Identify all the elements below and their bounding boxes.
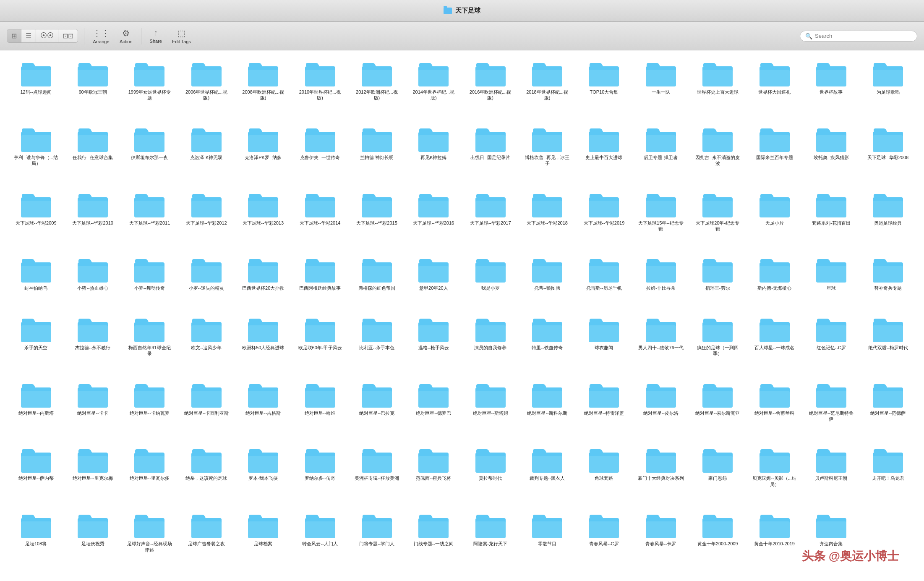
folder-item[interactable]: 天下足球--华彩2011 xyxy=(124,190,175,252)
folder-item[interactable]: 拉姆-非比寻常 xyxy=(636,255,686,311)
folder-item[interactable]: 绝对巨星--舍甫琴科 xyxy=(749,380,800,442)
folder-item[interactable]: 天下足球--华彩2016 xyxy=(408,190,459,252)
folder-item[interactable]: 绝代双骄--梅罗时代 xyxy=(863,314,913,377)
folder-item[interactable]: 足坛庆祝秀 xyxy=(68,510,118,573)
folder-item[interactable]: 因扎吉--永不消逝的皮波 xyxy=(692,124,743,186)
share-button[interactable]: ↑ Share xyxy=(145,26,167,45)
folder-item[interactable]: 绝对巨星--特雷泽盖 xyxy=(579,380,629,442)
folder-item[interactable]: 绝对巨星--范德萨 xyxy=(863,380,913,442)
folder-item[interactable]: 豪门恩怨 xyxy=(692,445,743,507)
folder-item[interactable]: 亨利--谁与争锋（...结局） xyxy=(11,124,61,186)
folder-item[interactable]: 小罗--迷失的精灵 xyxy=(181,255,232,311)
folder-item[interactable]: 男人四十--致敬76一代 xyxy=(636,314,686,377)
folder-item[interactable]: 巴西阿根廷经典故事 xyxy=(295,255,345,311)
folder-item[interactable]: 角球套路 xyxy=(579,445,629,507)
folder-item[interactable]: 套路系列-花招百出 xyxy=(806,190,856,252)
folder-item[interactable]: 足球档案 xyxy=(238,510,288,573)
folder-item[interactable]: 特里--铁血传奇 xyxy=(522,314,572,377)
folder-item[interactable]: 天下足球15年--纪念专辑 xyxy=(636,190,686,252)
folder-item[interactable]: 青春风暴--C罗 xyxy=(579,510,629,573)
folder-item[interactable]: 黄金十年2010-2019 xyxy=(749,510,800,573)
folder-item[interactable]: 莫拉蒂时代 xyxy=(465,445,516,507)
folder-item[interactable]: 为足球歌唱 xyxy=(863,59,913,121)
folder-item[interactable]: 走开吧！乌龙君 xyxy=(863,445,913,507)
folder-item[interactable]: 绝对巨星--哈维 xyxy=(295,380,345,442)
folder-item[interactable]: 天下足球--华彩2014 xyxy=(295,190,345,252)
folder-item[interactable]: 绝对巨星--卡西利亚斯 xyxy=(181,380,232,442)
folder-item[interactable]: 克鲁伊夫--一世传奇 xyxy=(295,124,345,186)
folder-item[interactable]: 史上最牛百大进球 xyxy=(579,124,629,186)
folder-item[interactable]: 2014年世界杯纪...视版) xyxy=(408,59,459,121)
folder-item[interactable]: 伊斯坦布尔那一夜 xyxy=(124,124,175,186)
folder-item[interactable]: 小罗--舞动传奇 xyxy=(124,255,175,311)
arrange-button[interactable]: ⋮⋮ Arrange xyxy=(88,26,115,46)
folder-item[interactable]: 托蒂--狼图腾 xyxy=(522,255,572,311)
folder-item[interactable]: 我是小罗 xyxy=(465,255,516,311)
folder-item[interactable]: 后卫专题-捍卫者 xyxy=(636,124,686,186)
folder-item[interactable]: 2016年欧洲杯纪...视版) xyxy=(465,59,516,121)
folder-item[interactable]: 弗格森的红色帝国 xyxy=(352,255,402,311)
folder-item[interactable]: 天下足球--华彩2015 xyxy=(352,190,402,252)
folder-item[interactable]: 星球 xyxy=(806,255,856,311)
folder-item[interactable]: 2010年世界杯纪...视版) xyxy=(295,59,345,121)
folder-item[interactable]: 2012年欧洲杯纪...视版) xyxy=(352,59,402,121)
folder-item[interactable]: 范佩西--橙兵飞将 xyxy=(408,445,459,507)
folder-item[interactable]: 世界杯故事 xyxy=(806,59,856,121)
folder-item[interactable]: 门将专题--掌门人 xyxy=(352,510,402,573)
folder-item[interactable]: 任我行--任意球合集 xyxy=(68,124,118,186)
search-box[interactable]: 🔍 xyxy=(800,31,917,42)
folder-item[interactable]: 天下足球--华彩2017 xyxy=(465,190,516,252)
folder-item[interactable]: 斯内德-无悔橙心 xyxy=(749,255,800,311)
folder-item[interactable]: 博格坎普--再见，冰王子 xyxy=(522,124,572,186)
folder-item[interactable]: 托雷斯--历尽千帆 xyxy=(579,255,629,311)
folder-item[interactable]: 罗本-我本飞侠 xyxy=(238,445,288,507)
folder-item[interactable]: 转会风云--大门人 xyxy=(295,510,345,573)
folder-item[interactable]: 欧洲杯50大经典进球 xyxy=(238,314,288,377)
folder-item[interactable]: 绝对巨星--巴拉克 xyxy=(352,380,402,442)
folder-item[interactable]: 埃托奥--疾风猎影 xyxy=(806,124,856,186)
folder-item[interactable]: 绝对巨星--皮尔洛 xyxy=(636,380,686,442)
folder-item[interactable]: 天下足球--华彩2010 xyxy=(68,190,118,252)
folder-item[interactable]: 贝克汉姆--贝影（...结局） xyxy=(749,445,800,507)
folder-item[interactable]: 60年欧冠王朝 xyxy=(68,59,118,121)
folder-item[interactable]: 裁判专题--黑衣人 xyxy=(522,445,572,507)
folder-item[interactable]: 天下足球--华彩2013 xyxy=(238,190,288,252)
folder-item[interactable]: 阿隆索-龙行天下 xyxy=(465,510,516,573)
folder-item[interactable]: 1999年女足世界杯专题 xyxy=(124,59,175,121)
folder-item[interactable]: 门线专题--一线之间 xyxy=(408,510,459,573)
folder-item[interactable]: 2008年欧洲杯纪...视版) xyxy=(238,59,288,121)
folder-item[interactable]: 绝对巨星--里克尔梅 xyxy=(68,445,118,507)
folder-item[interactable]: 天下足球--华彩2019 xyxy=(579,190,629,252)
folder-item[interactable]: 奥运足球经典 xyxy=(863,190,913,252)
folder-item[interactable]: 绝对巨星--里瓦尔多 xyxy=(124,445,175,507)
folder-item[interactable]: 巴西世界杯20大扑救 xyxy=(238,255,288,311)
folder-item[interactable]: 梅西自然年91球全纪录 xyxy=(124,314,175,377)
folder-item[interactable]: 绝对巨星--范尼斯特鲁伊 xyxy=(806,380,856,442)
folder-item[interactable]: 兰帕德-神灯长明 xyxy=(352,124,402,186)
folder-item[interactable]: 天下足球--华彩2009 xyxy=(11,190,61,252)
folder-item[interactable]: 零散节目 xyxy=(522,510,572,573)
folder-item[interactable]: 齐达内合集 xyxy=(806,510,856,573)
folder-item[interactable]: 出线日--国足纪录片 xyxy=(465,124,516,186)
list-view-button[interactable]: ☰ xyxy=(21,29,36,42)
folder-item[interactable]: 12码--点球趣闻 xyxy=(11,59,61,121)
folder-item[interactable]: 绝杀，这该死的足球 xyxy=(181,445,232,507)
folder-item[interactable]: 温格--枪手风云 xyxy=(408,314,459,377)
folder-item[interactable]: 天下足球20年-纪念专辑 xyxy=(692,190,743,252)
folder-item[interactable]: 杀手的天空 xyxy=(11,314,61,377)
search-input[interactable] xyxy=(815,33,912,39)
folder-item[interactable]: 绝对巨星--索尔斯克亚 xyxy=(692,380,743,442)
folder-item[interactable]: 绝对巨星--德罗巴 xyxy=(408,380,459,442)
folder-item[interactable]: 青春风暴--卡罗 xyxy=(636,510,686,573)
folder-item[interactable]: 天下足球--华彩2008 xyxy=(863,124,913,186)
folder-item[interactable]: 疯狂的足球（一到四季） xyxy=(692,314,743,377)
folder-item[interactable]: 欧文--追风少年 xyxy=(181,314,232,377)
folder-item[interactable]: 小猪--热血雄心 xyxy=(68,255,118,311)
folder-item[interactable]: 杰拉德--永不独行 xyxy=(68,314,118,377)
folder-item[interactable]: 意甲20年20人 xyxy=(408,255,459,311)
folder-item[interactable]: 绝对巨星--内斯塔 xyxy=(11,380,61,442)
folder-item[interactable]: 天下足球--华彩2018 xyxy=(522,190,572,252)
folder-item[interactable]: TOP10大合集 xyxy=(579,59,629,121)
folder-item[interactable]: 绝对巨星--斯科尔斯 xyxy=(522,380,572,442)
folder-item[interactable]: 指环王-劳尔 xyxy=(692,255,743,311)
